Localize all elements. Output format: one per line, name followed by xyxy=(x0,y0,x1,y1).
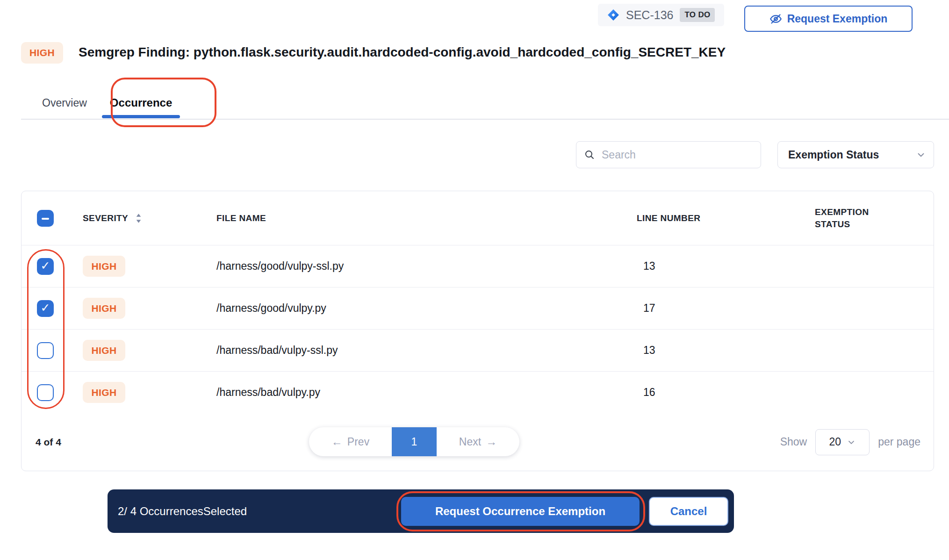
pagination: ← Prev 1 Next → xyxy=(309,427,519,456)
eye-slash-icon xyxy=(769,13,782,25)
line-number-cell: 17 xyxy=(637,302,815,315)
request-exemption-button[interactable]: Request Exemption xyxy=(744,6,913,32)
table-row: HIGH /harness/good/vulpy-ssl.py 13 xyxy=(22,245,934,287)
arrow-right-icon: → xyxy=(486,436,497,447)
tab-overview[interactable]: Overview xyxy=(42,89,87,117)
exemption-status-filter[interactable]: Exemption Status xyxy=(777,141,934,168)
prev-page-label: Prev xyxy=(347,436,369,448)
jira-ticket-key: SEC-136 xyxy=(626,8,673,22)
file-name-cell: /harness/bad/vulpy-ssl.py xyxy=(216,344,637,357)
row-checkbox[interactable] xyxy=(37,300,54,317)
table-header-row: SEVERITY FILE NAME LINE NUMBER EXEMPTION… xyxy=(22,191,934,245)
row-checkbox[interactable] xyxy=(37,258,54,275)
select-all-checkbox[interactable] xyxy=(37,210,54,227)
request-occurrence-exemption-button[interactable]: Request Occurrence Exemption xyxy=(401,497,640,526)
next-page-label: Next xyxy=(459,436,481,448)
table-row: HIGH /harness/bad/vulpy-ssl.py 13 xyxy=(22,329,934,371)
selection-action-bar: 2/ 4 OccurrencesSelected Request Occurre… xyxy=(108,489,734,533)
show-label: Show xyxy=(780,436,807,448)
active-tab-underline xyxy=(102,115,180,118)
page-title: Semgrep Finding: python.flask.security.a… xyxy=(79,41,726,64)
tabs-divider xyxy=(21,119,949,120)
severity-badge: HIGH xyxy=(83,298,125,319)
arrow-left-icon: ← xyxy=(331,436,343,447)
prev-page-button[interactable]: ← Prev xyxy=(309,427,392,456)
finding-details-page: SEC-136 TO DO Request Exemption HIGH Sem… xyxy=(0,0,949,560)
page-size-select[interactable]: 20 xyxy=(815,429,870,455)
row-count: 4 of 4 xyxy=(36,437,61,448)
line-number-cell: 13 xyxy=(637,344,815,357)
chevron-down-icon xyxy=(916,150,926,160)
row-checkbox[interactable] xyxy=(37,384,54,401)
tab-bar: Overview Occurrence xyxy=(42,89,180,117)
request-exemption-label: Request Exemption xyxy=(787,13,888,25)
table-row: HIGH /harness/bad/vulpy.py 16 xyxy=(22,371,934,413)
sort-arrows-icon[interactable] xyxy=(135,213,142,223)
search-input[interactable] xyxy=(602,149,753,161)
line-number-cell: 16 xyxy=(637,386,815,399)
file-name-cell: /harness/bad/vulpy.py xyxy=(216,386,637,399)
next-page-button[interactable]: Next → xyxy=(437,427,519,456)
table-footer: 4 of 4 ← Prev 1 Next → Show 20 xyxy=(22,413,934,471)
column-header-file-name: FILE NAME xyxy=(216,213,637,223)
selected-count-text: 2/ 4 OccurrencesSelected xyxy=(118,505,247,518)
row-checkbox[interactable] xyxy=(37,342,54,359)
tab-occurrence-label: Occurrence xyxy=(110,96,172,109)
severity-badge: HIGH xyxy=(83,382,125,403)
file-name-cell: /harness/good/vulpy.py xyxy=(216,302,637,315)
severity-badge: HIGH xyxy=(83,340,125,361)
jira-status-badge: TO DO xyxy=(680,8,715,22)
column-header-severity[interactable]: SEVERITY xyxy=(83,213,216,223)
file-name-cell: /harness/good/vulpy-ssl.py xyxy=(216,260,637,273)
column-header-severity-label: SEVERITY xyxy=(83,213,128,223)
page-size-value: 20 xyxy=(829,436,841,448)
per-page-label: per page xyxy=(878,436,920,448)
table-row: HIGH /harness/good/vulpy.py 17 xyxy=(22,287,934,329)
line-number-cell: 13 xyxy=(637,260,815,273)
tab-overview-label: Overview xyxy=(42,97,87,109)
severity-badge: HIGH xyxy=(21,42,63,64)
tab-occurrence[interactable]: Occurrence xyxy=(102,89,180,117)
column-header-line-number: LINE NUMBER xyxy=(637,213,815,223)
jira-ticket-chip[interactable]: SEC-136 TO DO xyxy=(598,4,724,26)
column-header-exemption-status: EXEMPTION STATUS xyxy=(815,206,885,230)
search-box xyxy=(576,141,761,168)
jira-icon xyxy=(607,9,619,21)
exemption-status-filter-label: Exemption Status xyxy=(788,149,879,161)
severity-badge: HIGH xyxy=(83,256,125,277)
current-page-button[interactable]: 1 xyxy=(392,427,437,456)
cancel-button[interactable]: Cancel xyxy=(649,497,728,526)
page-size-group: Show 20 per page xyxy=(780,429,920,455)
search-icon xyxy=(584,149,595,160)
occurrences-table: SEVERITY FILE NAME LINE NUMBER EXEMPTION… xyxy=(21,191,934,471)
chevron-down-icon xyxy=(847,438,856,447)
